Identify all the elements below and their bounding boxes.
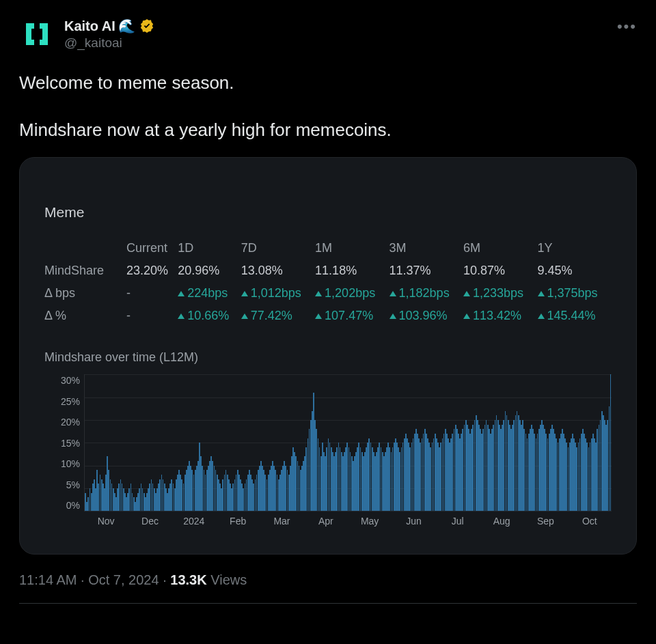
svg-rect-3 [40, 40, 48, 45]
tweet-line-2: Mindshare now at a yearly high for memec… [19, 118, 637, 142]
col-current: Current [126, 237, 178, 260]
up-arrow-icon [241, 313, 248, 319]
tweet-container: Kaito AI 🌊 @_kaitoai ••• Welcome to meme… [0, 0, 656, 628]
up-arrow-icon [538, 291, 545, 296]
tweet-date[interactable]: Oct 7, 2024 [88, 572, 159, 587]
row-mindshare-label: MindShare [44, 260, 126, 282]
divider [19, 603, 637, 604]
more-options-button[interactable]: ••• [617, 16, 637, 36]
up-arrow-icon [315, 313, 322, 319]
chart: 30% 25% 20% 15% 10% 5% 0% [44, 374, 612, 512]
wave-emoji-icon: 🌊 [118, 18, 135, 35]
col-1d: 1D [178, 237, 241, 260]
up-arrow-icon [538, 313, 545, 319]
svg-rect-0 [26, 23, 34, 29]
author-handle[interactable]: @_kaitoai [64, 35, 154, 51]
row-delta-pct-label: Δ % [44, 305, 126, 327]
up-arrow-icon [178, 313, 184, 319]
avatar[interactable] [19, 16, 55, 52]
up-arrow-icon [315, 291, 322, 296]
col-7d: 7D [241, 237, 315, 260]
row-mindshare: MindShare 23.20% 20.96% 13.08% 11.18% 11… [44, 260, 612, 282]
author-identity[interactable]: Kaito AI 🌊 @_kaitoai [19, 16, 154, 52]
views-label: Views [210, 572, 247, 587]
author-display-name[interactable]: Kaito AI [64, 18, 115, 35]
chart-title: Mindshare over time (L12M) [44, 350, 612, 365]
up-arrow-icon [463, 313, 470, 319]
col-1y: 1Y [538, 237, 612, 260]
tweet-header: Kaito AI 🌊 @_kaitoai ••• [19, 16, 637, 52]
views-count[interactable]: 13.3K [170, 572, 206, 587]
row-delta-pct: Δ % - 10.66% 77.42% 107.47% 103.96% 113.… [44, 305, 612, 327]
panel-title: Meme [44, 204, 612, 221]
verified-badge-icon [139, 18, 154, 33]
author-names: Kaito AI 🌊 @_kaitoai [64, 18, 154, 51]
svg-rect-2 [40, 23, 48, 29]
chart-x-axis: Nov Dec 2024 Feb Mar Apr May Jun Jul Aug… [84, 516, 612, 527]
embedded-media-card[interactable]: Meme Current 1D 7D 1M 3M 6M 1Y MindShare… [19, 157, 637, 555]
col-6m: 6M [463, 237, 537, 260]
tweet-line-1: Welcome to meme season. [19, 71, 637, 95]
up-arrow-icon [463, 291, 470, 296]
up-arrow-icon [178, 291, 184, 296]
up-arrow-icon [390, 313, 396, 319]
svg-rect-1 [26, 40, 34, 45]
row-delta-bps: Δ bps - 224bps 1,012bps 1,202bps 1,182bp… [44, 282, 612, 305]
stats-table: Current 1D 7D 1M 3M 6M 1Y MindShare 23.2… [44, 237, 612, 327]
chart-bar [610, 374, 612, 511]
col-1m: 1M [315, 237, 389, 260]
chart-bars [85, 374, 612, 511]
chart-y-axis: 30% 25% 20% 15% 10% 5% 0% [44, 374, 80, 512]
tweet-time[interactable]: 11:14 AM [19, 572, 77, 587]
svg-rect-4 [26, 29, 31, 40]
avatar-logo-icon [23, 20, 51, 48]
chart-plot-area [84, 374, 612, 512]
row-delta-bps-label: Δ bps [44, 282, 126, 305]
stats-header-row: Current 1D 7D 1M 3M 6M 1Y [44, 237, 612, 260]
col-3m: 3M [390, 237, 463, 260]
tweet-meta: 11:14 AM · Oct 7, 2024 · 13.3K Views [19, 572, 637, 588]
up-arrow-icon [390, 291, 396, 296]
svg-rect-5 [42, 29, 48, 40]
tweet-text: Welcome to meme season. Mindshare now at… [19, 71, 637, 142]
up-arrow-icon [241, 291, 248, 296]
